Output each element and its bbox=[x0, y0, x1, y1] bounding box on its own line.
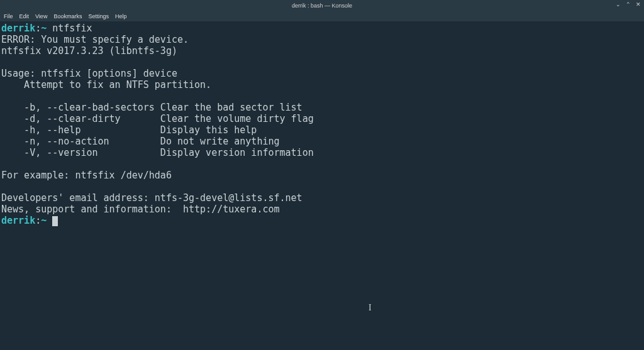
window-title: derrik : bash — Konsole bbox=[292, 3, 352, 9]
output-line: For example: ntfsfix /dev/hda6 bbox=[1, 170, 172, 181]
output-line: -V, --version Display version informatio… bbox=[1, 147, 314, 158]
menu-settings[interactable]: Settings bbox=[88, 13, 109, 19]
prompt-user: derrik bbox=[1, 23, 35, 34]
output-line: ntfsfix v2017.3.23 (libntfs-3g) bbox=[1, 45, 177, 57]
output-line: Usage: ntfsfix [options] device bbox=[1, 68, 177, 79]
minimize-button[interactable]: ⌄ bbox=[615, 1, 621, 8]
output-line: -n, --no-action Do not write anything bbox=[1, 136, 280, 147]
window-controls: ⌄ ⌃ ✕ bbox=[615, 1, 641, 8]
menu-view[interactable]: View bbox=[35, 13, 47, 19]
cursor-block bbox=[52, 216, 58, 226]
command-text: ntfsfix bbox=[52, 23, 92, 34]
prompt-path: ~ bbox=[41, 23, 47, 34]
prompt-sep: : bbox=[35, 23, 41, 34]
output-line: Developers' email address: ntfs-3g-devel… bbox=[1, 192, 303, 204]
menu-help[interactable]: Help bbox=[115, 13, 127, 19]
output-line: Attempt to fix an NTFS partition. bbox=[1, 79, 211, 90]
output-line: -b, --clear-bad-sectors Clear the bad se… bbox=[1, 102, 303, 113]
menu-bookmarks[interactable]: Bookmarks bbox=[53, 13, 82, 19]
text-cursor-icon: I bbox=[369, 303, 372, 313]
prompt-user: derrik bbox=[1, 215, 35, 226]
menubar: File Edit View Bookmarks Settings Help bbox=[0, 11, 644, 21]
titlebar: derrik : bash — Konsole ⌄ ⌃ ✕ bbox=[0, 0, 644, 11]
maximize-button[interactable]: ⌃ bbox=[625, 1, 631, 8]
prompt-sep: : bbox=[35, 215, 41, 226]
output-line: ERROR: You must specify a device. bbox=[1, 34, 189, 45]
output-line: News, support and information: http://tu… bbox=[1, 204, 280, 215]
output-line: -h, --help Display this help bbox=[1, 124, 257, 136]
prompt-path: ~ bbox=[41, 215, 47, 226]
menu-file[interactable]: File bbox=[4, 13, 13, 19]
menu-edit[interactable]: Edit bbox=[19, 13, 30, 19]
terminal-area[interactable]: derrik:~ ntfsfix ERROR: You must specify… bbox=[0, 21, 644, 227]
close-button[interactable]: ✕ bbox=[635, 1, 641, 8]
output-line: -d, --clear-dirty Clear the volume dirty… bbox=[1, 113, 314, 124]
